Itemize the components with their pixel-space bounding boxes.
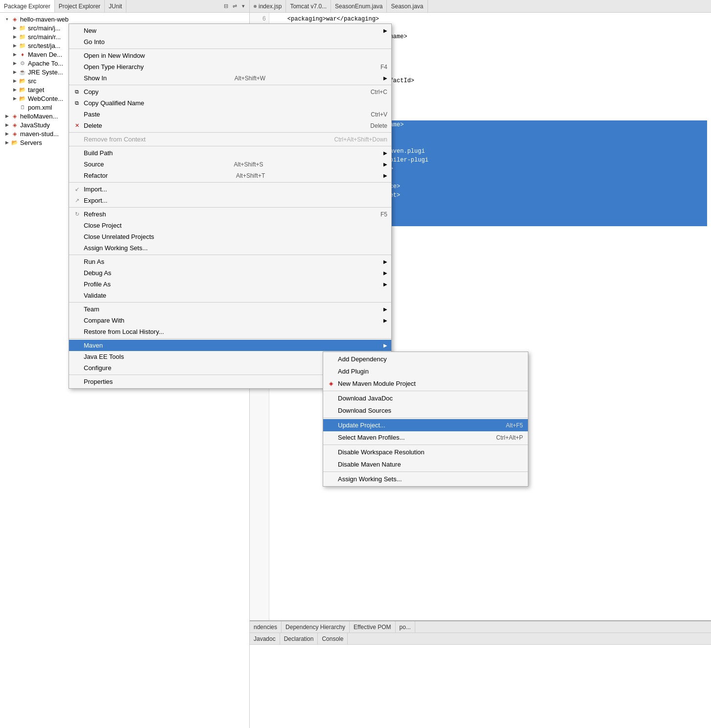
submenu-item-download-sources[interactable]: Download Sources: [323, 404, 528, 417]
list-item[interactable]: ▾ ◈ hello-maven-web: [0, 15, 249, 23]
tab-effective-pom[interactable]: Effective POM: [350, 621, 395, 633]
bottom-panel: ndencies Dependency Hierarchy Effective …: [250, 620, 711, 728]
tab-console[interactable]: Console: [318, 633, 348, 644]
collapse-all-icon[interactable]: ⊟: [222, 2, 230, 10]
menu-item-copy[interactable]: ⧉ Copy Ctrl+C: [69, 86, 391, 97]
package-explorer-tab[interactable]: Package Explorer: [0, 0, 55, 12]
shortcut-label: Ctrl+Alt+P: [486, 434, 523, 441]
menu-item-delete[interactable]: ✕ Delete Delete: [69, 120, 391, 131]
submenu-arrow-icon: ▶: [379, 270, 387, 276]
submenu-arrow-icon: ▶: [379, 343, 387, 348]
menu-item-team[interactable]: Team ▶: [69, 304, 391, 315]
menu-item-refactor[interactable]: Refactor Alt+Shift+T ▶: [69, 170, 391, 181]
import-icon: ↙: [73, 186, 81, 193]
menu-separator: [69, 48, 391, 49]
junit-tab[interactable]: JUnit: [105, 0, 126, 12]
menu-item-show-in[interactable]: Show In Alt+Shift+W ▶: [69, 72, 391, 84]
menu-item-new[interactable]: New ▶: [69, 25, 391, 36]
tree-item-label: src/main/j...: [28, 24, 60, 32]
project-explorer-tab[interactable]: Project Explorer: [55, 0, 105, 12]
tree-item-label: JavaStudy: [20, 121, 50, 129]
project-icon: ◈: [11, 121, 19, 129]
view-menu-icon[interactable]: ▾: [239, 2, 247, 10]
submenu-arrow-icon: ▶: [379, 173, 387, 178]
tab-season[interactable]: Season.java: [387, 0, 427, 12]
tree-arrow: ▶: [12, 34, 18, 40]
menu-label: Delete: [84, 122, 102, 129]
tab-ndencies[interactable]: ndencies: [250, 621, 282, 633]
submenu-item-assign-working-sets[interactable]: Assign Working Sets...: [323, 473, 528, 485]
tab-dot: [254, 5, 257, 8]
submenu-item-select-profiles[interactable]: Select Maven Profiles... Ctrl+Alt+P: [323, 431, 528, 444]
package-explorer-label: Package Explorer: [4, 3, 50, 10]
tree-arrow: ▶: [12, 51, 18, 57]
menu-label: Properties: [84, 378, 113, 385]
menu-item-close-unrelated[interactable]: Close Unrelated Projects: [69, 231, 391, 242]
tab-label: Effective POM: [354, 624, 391, 631]
tab-index-jsp[interactable]: index.jsp: [250, 0, 286, 12]
src-icon: 📁: [19, 24, 26, 32]
tab-label: ndencies: [254, 624, 277, 631]
menu-item-export[interactable]: ↗ Export...: [69, 195, 391, 206]
shortcut-label: Delete: [356, 122, 387, 129]
refresh-icon: ↻: [73, 211, 81, 218]
submenu-item-update-project[interactable]: Update Project... Alt+F5: [323, 419, 528, 431]
menu-item-open-type-hierarchy[interactable]: Open Type Hierarchy F4: [69, 61, 391, 72]
tree-arrow: ▾: [4, 16, 10, 22]
menu-item-import[interactable]: ↙ Import...: [69, 184, 391, 195]
menu-separator: [69, 255, 391, 255]
submenu-item-disable-workspace[interactable]: Disable Workspace Resolution: [323, 446, 528, 458]
menu-item-restore-local[interactable]: Restore from Local History...: [69, 326, 391, 337]
menu-label: Validate: [84, 292, 106, 299]
submenu-item-disable-maven[interactable]: Disable Maven Nature: [323, 458, 528, 470]
submenu-item-add-dependency[interactable]: Add Dependency: [323, 353, 528, 365]
shortcut-label: F5: [366, 211, 387, 218]
menu-item-paste[interactable]: Paste Ctrl+V: [69, 109, 391, 120]
submenu-item-new-maven-module[interactable]: ◈ New Maven Module Project: [323, 377, 528, 390]
tab-javadoc[interactable]: Javadoc: [250, 633, 280, 644]
menu-item-run-as[interactable]: Run As ▶: [69, 256, 391, 267]
menu-item-maven[interactable]: Maven ▶: [69, 340, 391, 351]
tab-tomcat[interactable]: Tomcat v7.0...: [286, 0, 331, 12]
menu-item-build-path[interactable]: Build Path ▶: [69, 147, 391, 159]
tab-po[interactable]: po...: [396, 621, 415, 633]
project-explorer-label: Project Explorer: [59, 3, 100, 10]
tab-season-enum[interactable]: SeasonEnum.java: [331, 0, 387, 12]
tab-dep-hierarchy[interactable]: Dependency Hierarchy: [282, 621, 350, 633]
submenu-label: Add Dependency: [338, 355, 387, 363]
menu-item-open-new-window[interactable]: Open in New Window: [69, 50, 391, 61]
menu-item-assign-working-sets[interactable]: Assign Working Sets...: [69, 242, 391, 254]
menu-item-remove-context[interactable]: Remove from Context Ctrl+Alt+Shift+Down: [69, 134, 391, 145]
tab-declaration[interactable]: Declaration: [280, 633, 318, 644]
menu-item-compare-with[interactable]: Compare With ▶: [69, 315, 391, 326]
tree-item-label: Apache To...: [28, 60, 63, 67]
src-test-icon: 📁: [19, 42, 26, 49]
folder-icon: 📂: [19, 77, 26, 85]
menu-item-debug-as[interactable]: Debug As ▶: [69, 267, 391, 279]
menu-label: Java EE Tools: [84, 353, 124, 360]
menu-item-go-into[interactable]: Go Into: [69, 36, 391, 47]
tree-item-label: JRE Syste...: [28, 69, 63, 76]
menu-separator: [69, 302, 391, 303]
link-editor-icon[interactable]: ⇌: [231, 2, 238, 10]
submenu-item-add-plugin[interactable]: Add Plugin: [323, 365, 528, 377]
maven-module-icon: ◈: [327, 380, 335, 388]
menu-item-close-project[interactable]: Close Project: [69, 220, 391, 231]
menu-item-refresh[interactable]: ↻ Refresh F5: [69, 209, 391, 220]
tree-item-label: helloMaven...: [20, 113, 58, 120]
menu-item-profile-as[interactable]: Profile As ▶: [69, 279, 391, 290]
submenu-arrow-icon: ▶: [379, 306, 387, 312]
menu-label: Refactor: [84, 172, 108, 179]
tree-item-label: src/main/r...: [28, 33, 61, 41]
menu-separator: [69, 338, 391, 339]
submenu-item-download-javadoc[interactable]: Download JavaDoc: [323, 392, 528, 404]
jre-icon: ☕: [19, 68, 26, 76]
tree-arrow: ▶: [12, 78, 18, 84]
menu-label: Compare With: [84, 317, 124, 324]
menu-item-validate[interactable]: Validate: [69, 290, 391, 301]
menu-item-copy-qualified[interactable]: ⧉ Copy Qualified Name: [69, 97, 391, 109]
context-menu: New ▶ Go Into Open in New Window Open Ty…: [69, 23, 392, 389]
tree-arrow: ▶: [4, 113, 10, 119]
menu-item-source[interactable]: Source Alt+Shift+S ▶: [69, 159, 391, 170]
bottom-tab-bar-2: Javadoc Declaration Console: [250, 633, 711, 645]
